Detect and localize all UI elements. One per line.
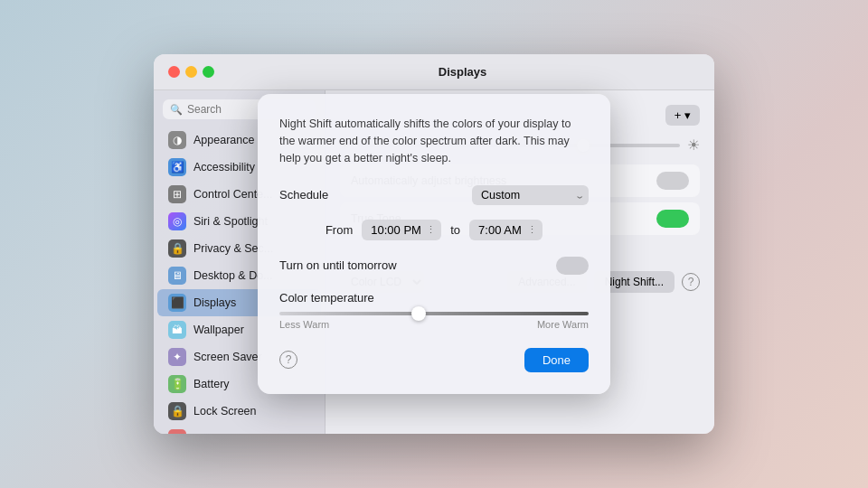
more-warm-label: More Warm <box>537 319 589 330</box>
slider-labels: Less Warm More Warm <box>279 319 589 330</box>
schedule-row: Schedule Off Sunset to Sunrise Custom <box>279 185 589 205</box>
color-temp-slider-container: Less Warm More Warm <box>279 312 589 330</box>
to-time-select[interactable]: 7:00 AM <box>469 220 542 240</box>
to-time-wrapper: 7:00 AM <box>469 220 542 240</box>
turn-on-toggle[interactable] <box>556 257 589 275</box>
from-time-select[interactable]: 10:00 PM <box>362 220 441 240</box>
schedule-select-wrapper: Off Sunset to Sunrise Custom <box>472 185 589 205</box>
from-label: From <box>326 223 353 237</box>
from-to-row: From 10:00 PM to 7:00 AM <box>279 220 589 240</box>
night-shift-modal: Night Shift automatically shifts the col… <box>258 94 610 393</box>
turn-on-row: Turn on until tomorrow <box>279 257 589 275</box>
less-warm-label: Less Warm <box>279 319 329 330</box>
modal-footer: ? Done <box>279 348 589 372</box>
color-temp-thumb <box>411 306 426 321</box>
color-temp-label: Color temperature <box>279 291 589 305</box>
color-temp-slider[interactable] <box>279 312 589 315</box>
to-label: to <box>450 223 460 237</box>
turn-on-label: Turn on until tomorrow <box>279 258 397 272</box>
modal-overlay: Night Shift automatically shifts the col… <box>154 54 714 434</box>
from-time-wrapper: 10:00 PM <box>362 220 441 240</box>
modal-description: Night Shift automatically shifts the col… <box>279 116 589 166</box>
settings-window: Displays 🔍 ◑ Appearance ♿ Accessibility … <box>154 54 714 434</box>
schedule-label: Schedule <box>279 188 328 202</box>
color-temp-section: Color temperature Less Warm More Warm <box>279 291 589 330</box>
schedule-select[interactable]: Off Sunset to Sunrise Custom <box>472 185 589 205</box>
done-button[interactable]: Done <box>524 348 589 372</box>
modal-help-button[interactable]: ? <box>279 351 297 369</box>
